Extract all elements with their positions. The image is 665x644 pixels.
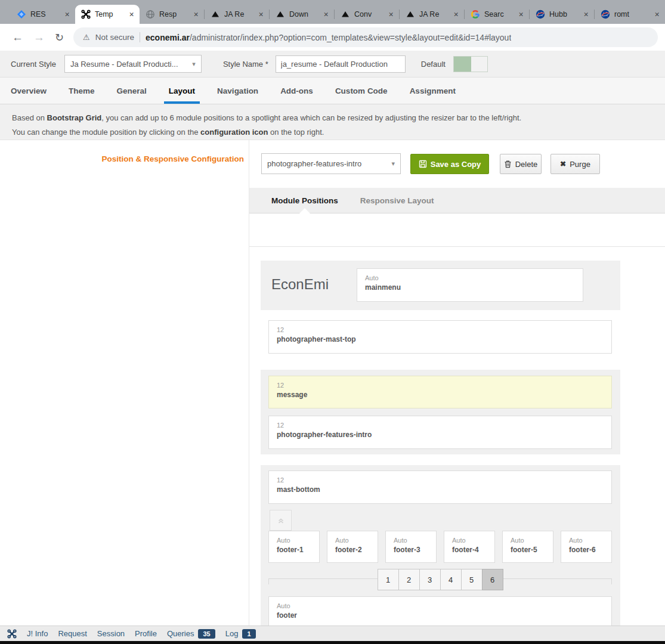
url-divider [140,32,140,42]
back-icon[interactable]: ← [12,32,23,43]
google-icon [471,10,480,19]
save-icon [419,160,427,168]
collapse-spotlight-button[interactable] [270,510,292,531]
layout-description: Based on Bootstrap Grid, you can add up … [0,104,665,140]
tab-module-positions[interactable]: Module Positions [271,188,338,213]
tab-label: JA Re [419,10,447,18]
module-position-mast-top[interactable]: 12 photographer-mast-top [268,320,612,354]
close-icon[interactable]: ✕ [127,10,136,18]
close-icon[interactable]: ✕ [386,10,395,18]
tab-theme[interactable]: Theme [69,78,95,104]
module-position-footer[interactable]: Auto footer [268,596,612,626]
browser-tab-strip: RES ✕ Temp ✕ Resp ✕ JA Re ✕ Down ✕ Conv … [0,0,665,24]
column-count-4[interactable]: 4 [440,569,462,590]
browser-tab-jare-2[interactable]: JA Re ✕ [400,5,464,24]
debug-session-link[interactable]: Session [97,629,125,638]
module-position-footer-6[interactable]: Auto footer-6 [561,531,612,563]
position-select-value: photographer-features-intro [267,159,361,168]
module-position-footer-2[interactable]: Auto footer-2 [327,531,378,563]
joomla-icon [7,629,17,639]
trash-icon [504,160,512,168]
bottom-edge-strip [0,641,665,644]
purge-button[interactable]: ✖ Purge [550,154,600,174]
default-toggle[interactable] [453,56,488,72]
module-position-features-intro[interactable]: 12 photographer-features-intro [268,416,612,449]
delete-label: Delete [515,160,538,169]
current-style-select[interactable]: Ja Resume - Default Producti... ▾ [64,55,202,73]
tab-overview[interactable]: Overview [11,78,47,104]
browser-tab-romt[interactable]: romt ✕ [595,5,665,24]
default-label: Default [421,60,446,69]
close-icon[interactable]: ✕ [451,10,460,18]
close-icon[interactable]: ✕ [321,10,330,18]
browser-tab-templates-active[interactable]: Temp ✕ [75,5,140,24]
triangle-icon [276,10,285,19]
browser-tab-down[interactable]: Down ✕ [270,5,334,24]
browser-tab-search[interactable]: Searc ✕ [465,5,529,24]
column-count-1[interactable]: 1 [378,569,399,590]
tab-label: Hubb [549,10,577,18]
browser-address-bar: ← → ↻ ⚠ Not secure econemi.ar/administra… [0,24,665,51]
triangle-icon [341,10,350,19]
globe-icon [146,10,155,19]
layout-subtab-bar: Module Positions Responsive Layout [249,188,665,213]
joomla-icon [81,10,91,19]
browser-tab-res[interactable]: RES ✕ [11,5,75,24]
queries-count-badge: 35 [198,629,215,639]
save-as-copy-button[interactable]: Save as Copy [410,154,489,174]
browser-tab-resp[interactable]: Resp ✕ [140,5,204,24]
style-header-bar: Current Style Ja Resume - Default Produc… [0,51,665,78]
browser-tab-jare-1[interactable]: JA Re ✕ [205,5,269,24]
tab-label: Resp [159,10,187,18]
site-logo: EconEmi [271,276,329,293]
column-count-3[interactable]: 3 [419,569,441,590]
debug-request-link[interactable]: Request [58,629,86,638]
nasa-icon [536,10,545,19]
debug-log-link[interactable]: Log1 [225,629,256,639]
debug-queries-link[interactable]: Queries35 [167,629,215,639]
url-bar[interactable]: ⚠ Not secure econemi.ar/administrator/in… [73,27,658,47]
close-icon[interactable]: ✕ [582,10,590,18]
tab-navigation[interactable]: Navigation [217,78,258,104]
module-position-footer-3[interactable]: Auto footer-3 [385,531,437,563]
style-name-label: Style Name * [223,60,268,69]
debug-info-link[interactable]: J! Info [27,629,48,638]
column-count-selector: 1 2 3 4 5 6 [378,569,503,590]
module-position-footer-4[interactable]: Auto footer-4 [444,531,495,563]
position-select[interactable]: photographer-features-intro ▾ [261,153,401,174]
tab-responsive-layout[interactable]: Responsive Layout [360,188,434,213]
joomla-debug-bar: J! Info Request Session Profile Queries3… [0,626,665,641]
close-icon[interactable]: ✕ [63,10,72,18]
tab-custom-code[interactable]: Custom Code [335,78,388,104]
url-path: /administrator/index.php?option=com_temp… [190,33,511,42]
tab-layout[interactable]: Layout [169,78,195,104]
forward-icon[interactable]: → [33,32,45,43]
close-icon[interactable]: ✕ [516,10,525,18]
preview-header-block: EconEmi Auto mainmenu [261,261,620,310]
delete-button[interactable]: Delete [500,154,542,174]
style-name-input[interactable] [276,55,406,73]
module-position-footer-1[interactable]: Auto footer-1 [268,531,320,563]
purge-label: Purge [570,160,590,169]
module-position-footer-5[interactable]: Auto footer-5 [502,531,553,563]
log-count-badge: 1 [242,629,255,639]
close-icon[interactable]: ✕ [256,10,265,18]
tab-addons[interactable]: Add-ons [280,78,313,104]
reload-icon[interactable]: ↻ [55,32,64,43]
column-count-2[interactable]: 2 [398,569,420,590]
triangle-icon [211,10,220,19]
module-position-message[interactable]: 12 message [268,376,612,408]
debug-profile-link[interactable]: Profile [135,629,157,638]
tab-label: JA Re [224,10,252,18]
browser-tab-conv[interactable]: Conv ✕ [335,5,399,24]
column-count-5[interactable]: 5 [461,569,482,590]
description-line-2: You can change the module position by cl… [12,125,665,140]
column-count-6-selected[interactable]: 6 [482,569,503,590]
tab-assignment[interactable]: Assignment [410,78,456,104]
browser-tab-hubble[interactable]: Hubb ✕ [530,5,594,24]
module-position-mast-bottom[interactable]: 12 mast-bottom [268,470,612,504]
module-position-mainmenu[interactable]: Auto mainmenu [357,268,583,302]
close-icon[interactable]: ✕ [191,10,200,18]
close-icon[interactable]: ✕ [652,10,661,18]
tab-general[interactable]: General [117,78,147,104]
